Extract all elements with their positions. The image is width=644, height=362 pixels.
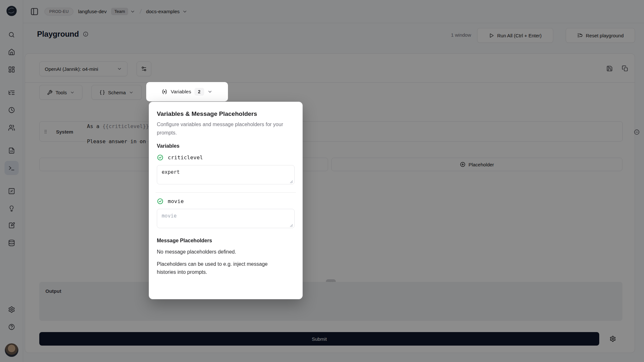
placeholders-section-heading: Message Placeholders: [157, 238, 295, 244]
variables-count-badge: 2: [194, 88, 204, 96]
variable-input-wrap: [157, 209, 295, 229]
check-circle-icon: [157, 198, 164, 205]
variables-dropdown[interactable]: Variables 2: [146, 82, 228, 101]
variables-dropdown-content: Variables 2: [162, 88, 212, 96]
chevron-down-icon: [207, 89, 213, 94]
placeholders-hint-text: Placeholders can be used to e.g. inject …: [157, 260, 287, 276]
variable-row: criticlevel: [157, 154, 295, 161]
variables-section-heading: Variables: [157, 143, 295, 149]
popover-description: Configure variables and message placehol…: [157, 120, 298, 137]
variables-divider: [156, 192, 296, 193]
variable-value-input[interactable]: expert: [157, 165, 295, 184]
variable-icon: [162, 89, 167, 95]
popover-title: Variables & Message Placeholders: [157, 110, 295, 117]
modal-overlay[interactable]: [0, 0, 644, 362]
variables-popover: Variables & Message Placeholders Configu…: [149, 102, 303, 299]
variables-label: Variables: [171, 89, 191, 95]
variable-input-wrap: expert: [157, 165, 295, 186]
variable-name: criticlevel: [168, 154, 203, 161]
variable-row: movie: [157, 198, 295, 205]
placeholders-empty-text: No message placeholders defined.: [157, 248, 295, 256]
variable-value-input[interactable]: [157, 209, 295, 228]
variable-name: movie: [168, 198, 184, 204]
check-circle-icon: [157, 154, 164, 161]
